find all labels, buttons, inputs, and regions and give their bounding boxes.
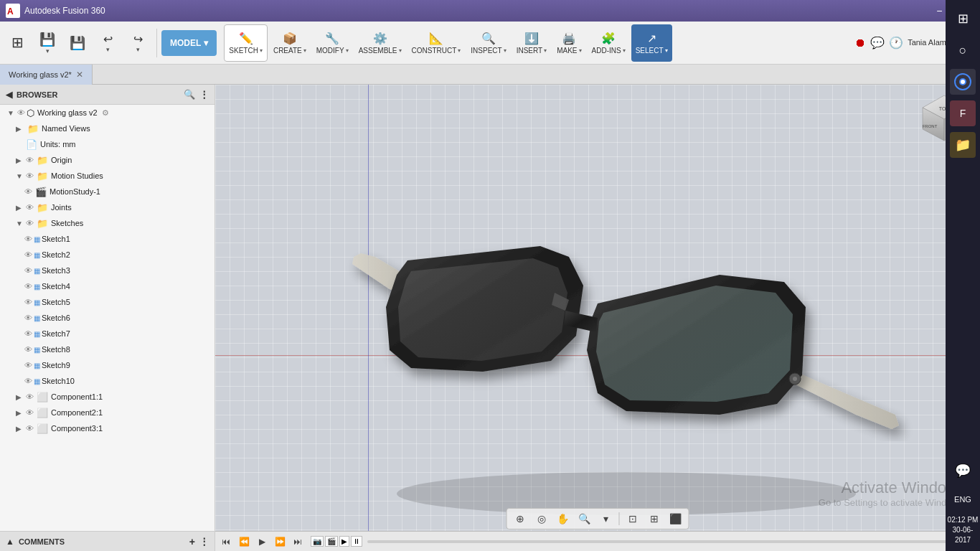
browser-search-btn[interactable]: 🔍: [184, 89, 195, 100]
3d-model-glasses: [339, 174, 913, 533]
sketch-7-label: Sketch7: [42, 329, 70, 338]
tree-sketch-9[interactable]: 👁 ▦ Sketch9: [0, 357, 215, 373]
nav-toolbar: ⊕ ◎ ✋ 🔍 ▾ ⊡ ⊞ ⬛: [507, 508, 689, 529]
nav-look-btn[interactable]: ◎: [532, 510, 552, 527]
tree-component-2[interactable]: ▶ 👁 ⬜ Component2:1: [0, 405, 215, 420]
fusion-icon[interactable]: F: [950, 100, 976, 126]
inspect-group-btn[interactable]: 🔍 INSPECT ▾: [466, 24, 510, 62]
nav-zoom-btn[interactable]: 🔍: [575, 510, 595, 527]
tree-sketch-4[interactable]: 👁 ▦ Sketch4: [0, 278, 215, 294]
nav-fit-btn[interactable]: ⊡: [623, 510, 643, 527]
comments-add-btn[interactable]: +: [189, 536, 195, 547]
tree-sketch-3[interactable]: 👁 ▦ Sketch3: [0, 263, 215, 278]
tab-title: Working glass v2*: [9, 70, 72, 79]
app-name: Autodesk Fusion 360: [24, 6, 105, 16]
file-btn[interactable]: 💾 ▾: [33, 24, 62, 62]
anim-play-btn[interactable]: ▶: [254, 534, 270, 550]
tree-sketch-5[interactable]: 👁 ▦ Sketch5: [0, 294, 215, 310]
modify-group-btn[interactable]: 🔧 MODIFY ▾: [312, 24, 353, 62]
tree-sketch-7[interactable]: 👁 ▦ Sketch7: [0, 326, 215, 342]
tree-sketch-2[interactable]: 👁 ▦ Sketch2: [0, 247, 215, 263]
comments-expand-btn[interactable]: ▲: [6, 537, 14, 547]
anim-next-btn[interactable]: ⏩: [272, 534, 288, 550]
browser-title: BROWSER: [17, 90, 57, 99]
comment-btn[interactable]: 💬: [870, 36, 885, 50]
eye-c1-icon: 👁: [26, 392, 34, 401]
sketch-group-btn[interactable]: ✏️ SKETCH ▾: [224, 24, 268, 62]
svg-text:A: A: [7, 6, 14, 17]
main-area: ◀ BROWSER 🔍 ⋮ ▼ 👁 ⬡ Working glass v2 ⚙ ▶…: [0, 85, 980, 551]
root-gear-icon[interactable]: ⚙: [102, 108, 109, 118]
language-btn[interactable]: ENG: [950, 486, 976, 512]
app-menu-btn[interactable]: ⊞: [3, 24, 32, 62]
anim-first-btn[interactable]: ⏮: [218, 534, 234, 550]
anim-last-btn[interactable]: ⏭: [290, 534, 306, 550]
tree-motion-studies[interactable]: ▼ 👁 📁 Motion Studies: [0, 168, 215, 184]
make-group-btn[interactable]: 🖨️ MAKE ▾: [552, 24, 585, 62]
browser-options-btn[interactable]: ⋮: [199, 89, 209, 100]
tree-origin[interactable]: ▶ 👁 📁 Origin: [0, 152, 215, 168]
explorer-icon[interactable]: 📁: [950, 132, 976, 158]
tree-component-1[interactable]: ▶ 👁 ⬜ Component1:1: [0, 389, 215, 405]
assemble-group-btn[interactable]: ⚙️ ASSEMBLE ▾: [354, 24, 406, 62]
component-2-label: Component2:1: [51, 408, 103, 417]
tree-units[interactable]: 📄 Units: mm: [0, 136, 215, 152]
active-tab[interactable]: Working glass v2* ✕: [0, 65, 93, 85]
anim-prev-btn[interactable]: ⏪: [236, 534, 252, 550]
motion-study-1-label: MotionStudy-1: [50, 187, 100, 196]
tree-sketch-6[interactable]: 👁 ▦ Sketch6: [0, 310, 215, 326]
eye-c2-icon: 👁: [26, 408, 34, 417]
browser-collapse-btn[interactable]: ◀: [6, 90, 12, 100]
tab-close-btn[interactable]: ✕: [76, 70, 83, 80]
record-btn[interactable]: ⏺: [854, 37, 866, 50]
chrome-icon[interactable]: [950, 69, 976, 95]
tree-named-views[interactable]: ▶ 📁 Named Views: [0, 121, 215, 136]
comments-panel-btn[interactable]: ⋮: [199, 536, 209, 547]
tree-root[interactable]: ▼ 👁 ⬡ Working glass v2 ⚙: [0, 105, 215, 121]
windows-start-btn[interactable]: ⊞: [950, 6, 976, 32]
nav-pan-btn[interactable]: ✋: [553, 510, 573, 527]
tree-sketch-1[interactable]: 👁 ▦ Sketch1: [0, 231, 215, 247]
minimize-btn[interactable]: −: [936, 5, 942, 17]
eye-s8-icon: 👁: [24, 345, 32, 354]
eye-s2-icon: 👁: [24, 250, 32, 259]
model-workspace-btn[interactable]: MODEL ▾: [161, 30, 217, 56]
svg-point-17: [961, 80, 965, 84]
separator-1: [156, 29, 157, 57]
svg-point-4: [793, 377, 797, 381]
tree-component-3[interactable]: ▶ 👁 ⬜ Component3:1: [0, 420, 215, 436]
addins-group-btn[interactable]: 🧩 ADD-INS ▾: [588, 24, 630, 62]
insert-group-btn[interactable]: ⬇️ INSERT ▾: [512, 24, 552, 62]
clock-btn[interactable]: 🕐: [889, 36, 903, 50]
eye-s7-icon: 👁: [24, 329, 32, 338]
nav-viewcube-btn[interactable]: ⬛: [666, 510, 686, 527]
tree-sketch-10[interactable]: 👁 ▦ Sketch10: [0, 373, 215, 389]
3d-viewport[interactable]: TOP FRONT BACK Activate Windows Go to Se…: [215, 85, 980, 551]
redo-btn[interactable]: ↪ ▾: [123, 24, 152, 62]
anim-icon-row: 📷 🎬 ▶ ⏸: [311, 536, 362, 547]
tree-motion-study-1[interactable]: 👁 🎬 MotionStudy-1: [0, 184, 215, 199]
save-btn[interactable]: 💾: [63, 24, 92, 62]
browser-tree: ▼ 👁 ⬡ Working glass v2 ⚙ ▶ 📁 Named Views…: [0, 105, 215, 531]
sketch-1-label: Sketch1: [42, 235, 70, 243]
notification-btn[interactable]: 💬: [950, 458, 976, 484]
clock-display: 02:12 PM 30-06-2017: [946, 515, 980, 545]
construct-group-btn[interactable]: 📐 CONSTRUCT ▾: [407, 24, 466, 62]
cortana-btn[interactable]: ○: [950, 37, 976, 63]
tree-sketch-8[interactable]: 👁 ▦ Sketch8: [0, 342, 215, 357]
joints-label: Joints: [51, 203, 72, 212]
timeline-slider[interactable]: [367, 540, 963, 543]
nav-orbit-btn[interactable]: ⊕: [510, 510, 530, 527]
select-group-btn[interactable]: ↗ SELECT ▾: [631, 24, 672, 62]
tree-joints[interactable]: ▶ 👁 📁 Joints: [0, 199, 215, 215]
root-name: Working glass v2: [37, 108, 98, 117]
nav-grid-btn[interactable]: ⊞: [644, 510, 664, 527]
tree-sketches[interactable]: ▼ 👁 📁 Sketches: [0, 215, 215, 231]
browser-panel: ◀ BROWSER 🔍 ⋮ ▼ 👁 ⬡ Working glass v2 ⚙ ▶…: [0, 85, 215, 551]
create-group-btn[interactable]: 📦 CREATE ▾: [269, 24, 311, 62]
eye-origin-icon: 👁: [26, 156, 34, 164]
eye-motion-icon: 👁: [26, 171, 34, 180]
nav-zoom-dropdown[interactable]: ▾: [596, 510, 616, 527]
undo-btn[interactable]: ↩ ▾: [93, 24, 122, 62]
units-label: Units: mm: [40, 140, 76, 149]
